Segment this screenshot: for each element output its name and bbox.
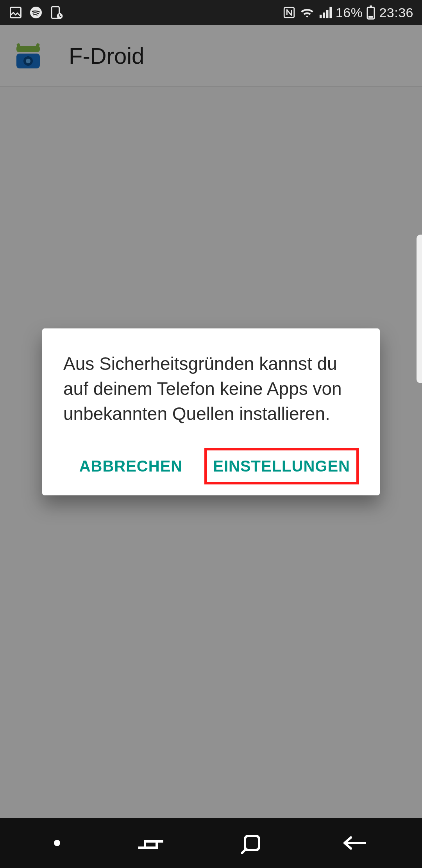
svg-rect-13 [368,16,373,18]
status-right: 16% 23:36 [283,5,413,20]
signal-icon [318,6,332,19]
battery-icon [367,5,375,20]
clock: 23:36 [379,5,413,20]
status-left [9,5,63,20]
assistant-dot-icon[interactable] [54,840,60,846]
nfc-icon [283,6,296,19]
scrollbar-handle[interactable] [417,235,422,383]
home-button[interactable] [241,832,263,854]
back-button[interactable] [340,834,368,852]
recents-button[interactable] [137,834,165,852]
update-notification-icon [49,5,63,20]
svg-rect-6 [11,7,21,18]
svg-rect-14 [245,836,259,850]
status-bar: 16% 23:36 [0,0,422,25]
dialog-message: Aus Sicherheitsgründen kannst du auf dei… [63,351,359,426]
screen: F-Droid 16 [0,0,422,868]
settings-button[interactable]: EINSTELLUNGEN [204,448,359,484]
dialog-actions: ABBRECHEN EINSTELLUNGEN [63,448,359,484]
gallery-icon [9,5,23,20]
nav-bar [0,818,422,868]
spotify-icon [29,5,43,20]
battery-percent: 16% [336,5,363,20]
security-dialog: Aus Sicherheitsgründen kannst du auf dei… [42,328,380,495]
svg-rect-12 [370,5,372,7]
wifi-icon [300,6,315,19]
cancel-button[interactable]: ABBRECHEN [73,448,189,484]
